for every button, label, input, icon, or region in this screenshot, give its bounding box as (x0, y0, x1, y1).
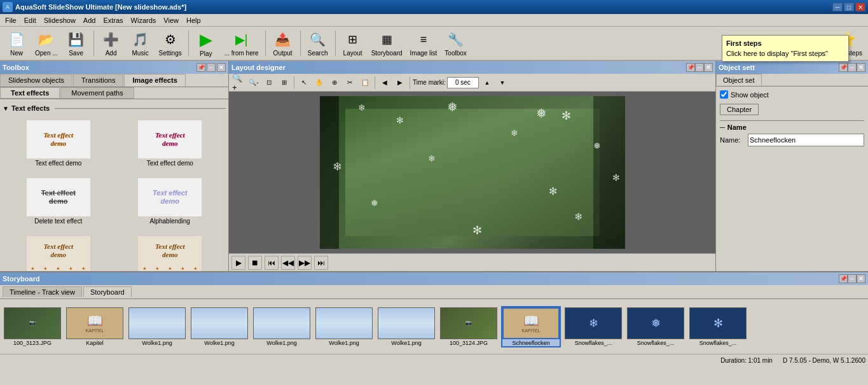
ld-select[interactable]: ↖ (297, 76, 311, 90)
sb-item-0[interactable]: 📷 100_3123.JPG (3, 306, 62, 347)
toolbar-image-list[interactable]: ≡ Image list (407, 28, 441, 59)
play-first-btn[interactable]: ⏮ (265, 256, 279, 270)
ld-zoom-fit[interactable]: ⊡ (262, 76, 276, 90)
name-input[interactable] (748, 134, 864, 146)
ld-pin-btn[interactable]: 📌 (686, 63, 695, 72)
sb-item-2[interactable]: Wolke1.png (127, 306, 187, 347)
sb-tab-timeline[interactable]: Timeline - Track view (3, 286, 82, 297)
toolbar-layout[interactable]: ⊞ Layout (339, 28, 367, 59)
effect-item-6[interactable]: Text effectdemo ✦✦✦✦✦ Blow in (bottom ri… (117, 233, 224, 271)
toolbox-pin-btn[interactable]: 📌 (196, 63, 205, 72)
sb-tab-storyboard[interactable]: Storyboard (83, 286, 132, 297)
effect-thumb-1: Text effectdemo (27, 120, 90, 158)
ld-grid[interactable]: ⊞ (277, 76, 291, 90)
ld-sep-1 (294, 76, 294, 89)
sb-item-5[interactable]: Wolke1.png (314, 306, 374, 347)
toolbar-search[interactable]: 🔍 Search (304, 28, 332, 59)
collapse-icon[interactable]: ▼ (3, 105, 9, 112)
os-tab-object-set[interactable]: Object set (716, 74, 762, 86)
menu-extras[interactable]: Extras (99, 15, 127, 25)
ld-copy[interactable]: 📋 (358, 76, 372, 90)
sb-item-8[interactable]: 📖 KAPITEL Schneeflocken (501, 306, 561, 347)
menu-help[interactable]: Help (183, 15, 205, 25)
sb-pin-btn[interactable]: 📌 (839, 274, 848, 283)
toolbox-close-btn[interactable]: ✕ (217, 63, 226, 72)
close-button[interactable]: ✕ (855, 3, 865, 11)
ld-zoom-out[interactable]: 🔍- (247, 76, 261, 90)
ld-prev-frame[interactable]: ◀ (378, 76, 392, 90)
tab-transitions[interactable]: Transitions (73, 74, 123, 87)
toolbox-subtab-row: Text effects Movement paths (0, 87, 228, 99)
effect-item-5[interactable]: Text effectdemo ✦✦✦✦✦ Blow in (bottom le… (5, 233, 112, 271)
menu-view[interactable]: View (160, 15, 183, 25)
toolbar-output[interactable]: 📤 Output (269, 28, 297, 59)
sb-float-btn[interactable]: ─ (848, 274, 857, 283)
time-up[interactable]: ▲ (480, 76, 494, 90)
menu-wizards[interactable]: Wizards (127, 15, 160, 25)
effect-item-1[interactable]: Text effectdemo Text effect demo (5, 117, 112, 170)
ld-cut[interactable]: ✂ (343, 76, 357, 90)
toolbar-settings[interactable]: ⚙ Settings (156, 28, 185, 59)
toolbox-float-btn[interactable]: ─ (207, 63, 216, 72)
ld-float-btn[interactable]: ─ (695, 63, 704, 72)
sb-item-6[interactable]: Wolke1.png (376, 306, 436, 347)
toolbar-music[interactable]: 🎵 Music (127, 28, 155, 59)
toolbar-sep-3 (265, 31, 266, 56)
menu-slideshow[interactable]: Slideshow (40, 15, 79, 25)
subtab-text-effects[interactable]: Text effects (0, 87, 60, 99)
menu-edit[interactable]: Edit (20, 15, 40, 25)
os-float-btn[interactable]: ─ (848, 63, 857, 72)
time-marker-input[interactable] (447, 77, 479, 88)
sb-item-4[interactable]: Wolke1.png (252, 306, 312, 347)
play-next-btn[interactable]: ▶▶ (298, 256, 312, 270)
minimize-button[interactable]: ─ (832, 3, 843, 11)
restore-button[interactable]: □ (844, 3, 854, 11)
menu-file[interactable]: File (1, 15, 20, 25)
ld-zoom-in[interactable]: 🔍+ (231, 76, 245, 90)
name-section-label: Name (727, 123, 747, 131)
sb-thumb-3 (191, 307, 248, 339)
sb-item-1[interactable]: 📖 KAPITEL Kapitel (65, 306, 125, 347)
sb-item-10[interactable]: ❅ Snowflakes_... (626, 306, 685, 347)
toolbar-add[interactable]: ➕ Add (97, 28, 125, 59)
tab-image-effects[interactable]: Image effects (124, 74, 185, 87)
toolbar-storyboard[interactable]: ▦ Storyboard (368, 28, 406, 59)
chapter-tab-btn[interactable]: Chapter (720, 104, 759, 115)
ld-move[interactable]: ✋ (312, 76, 326, 90)
play-stop-btn[interactable]: ⏹ (248, 256, 262, 270)
os-close-btn[interactable]: ✕ (857, 63, 865, 72)
sb-item-11[interactable]: ✻ Snowflakes_... (688, 306, 748, 347)
sb-close-btn[interactable]: ✕ (857, 274, 865, 283)
toolbar-from-here[interactable]: ▶| ... from here (221, 28, 262, 59)
first-steps-tooltip[interactable]: First steps Click here to display "First… (722, 35, 849, 62)
play-start-btn[interactable]: ▶ (231, 256, 245, 270)
effect-item-4[interactable]: Text effectdemo Alphablending (117, 175, 224, 228)
toolbar-save[interactable]: 💾 Save (62, 28, 90, 59)
ld-add-obj[interactable]: ⊕ (327, 76, 341, 90)
collapse-name-icon[interactable]: ─ (720, 123, 725, 131)
effect-preview-1: Text effectdemo (43, 131, 73, 148)
menu-add[interactable]: Add (79, 15, 100, 25)
tab-slideshow-objects[interactable]: Slideshow objects (0, 74, 72, 87)
settings-icon: ⚙ (160, 30, 181, 49)
sb-item-7[interactable]: 📷 100_3124.JPG (439, 306, 499, 347)
toolbar-open[interactable]: 📂 Open ... (32, 28, 61, 59)
toolbar-new[interactable]: 📄 New (3, 28, 31, 59)
effect-label-3: Delete text effect (34, 218, 82, 225)
os-pin-btn[interactable]: 📌 (839, 63, 848, 72)
toolbar-toolbox[interactable]: 🔧 Toolbox (441, 28, 469, 59)
ld-playbar: ▶ ⏹ ⏮ ◀◀ ▶▶ ⏭ (229, 253, 715, 271)
time-down[interactable]: ▼ (495, 76, 509, 90)
effect-item-2[interactable]: Text effectdemo Text effect demo (117, 117, 224, 170)
toolbar-play[interactable]: ▶ Play (192, 28, 220, 59)
play-prev-btn[interactable]: ◀◀ (281, 256, 295, 270)
subtab-movement-paths[interactable]: Movement paths (60, 87, 134, 99)
toolbox-panel: Toolbox 📌 ─ ✕ Slideshow objects Transiti… (0, 61, 229, 271)
play-last-btn[interactable]: ⏭ (314, 256, 328, 270)
show-object-checkbox[interactable] (720, 90, 728, 99)
sb-item-9[interactable]: ❄ Snowflakes_... (563, 306, 623, 347)
sb-item-3[interactable]: Wolke1.png (189, 306, 249, 347)
ld-next-frame[interactable]: ▶ (393, 76, 407, 90)
effect-item-3[interactable]: Text effectdemo Delete text effect (5, 175, 112, 228)
ld-close-btn[interactable]: ✕ (704, 63, 713, 72)
